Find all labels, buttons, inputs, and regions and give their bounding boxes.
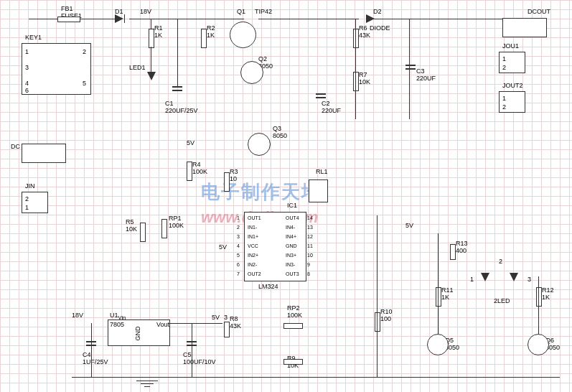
ic-num: 11 [307,243,313,248]
jin-pin2: 2 [25,196,29,202]
ic-num: 13 [307,225,313,230]
ic-pin: IN2+ [248,253,258,258]
wire [151,19,151,29]
label-c4: C4 [83,352,91,358]
wire [355,19,356,119]
led1-symbol [147,72,156,80]
key1-pin4: 4 [25,80,29,87]
cap-plate [405,68,416,70]
ic-num: 6 [237,262,240,267]
label-c5: C5 [183,352,192,358]
rl1-symbol [309,179,328,202]
ic-num: 12 [307,234,313,239]
r4-symbol [187,162,192,181]
r1-symbol [149,29,154,48]
label-c3v: 220UF [416,75,436,82]
led2b-symbol [510,273,518,281]
r6-symbol [353,29,359,48]
label-rp1: RP1 [169,215,182,222]
label-r8: R8 [230,316,238,322]
ic-pin: OUT3 [286,271,299,276]
ic-pin: IN1+ [248,234,258,239]
label-diode: DIODE [370,25,390,32]
jin-pin1: 1 [25,205,29,211]
label-rp2: RP2 [287,305,300,312]
label-r3v: 10 [230,176,237,182]
q2-symbol [240,61,263,84]
label-vout: Vout [156,322,169,328]
r9-symbol [283,359,303,365]
label-r2v: 1K [207,32,215,39]
label-r4: R4 [192,162,201,168]
2led-pin2: 2 [499,258,502,265]
label-c2: C2 [322,101,330,107]
gnd-symbol [136,381,158,381]
wire-ground [72,377,560,378]
label-dcout: DCOUT [528,9,550,15]
label-q3v: 8050 [273,133,287,139]
ic-pin: GND [286,243,297,248]
r2-symbol [201,29,207,48]
label-ic1: IC1 [287,202,297,209]
ic-num: 5 [237,253,240,258]
label-c1: C1 [165,101,174,107]
label-u1: U1Vin [110,312,126,320]
ic-num: 4 [237,243,240,248]
label-r8v: 43K [230,323,241,330]
r3-symbol [224,172,230,192]
label-q1: Q1 [237,9,245,15]
label-r5: R5 [126,219,134,225]
diode-bar [124,14,125,23]
key1-pin1: 1 [25,49,29,55]
key1-box [22,43,91,95]
label-r7: R7 [359,72,367,78]
label-r3: R3 [230,169,238,175]
ic-pin: IN4+ [286,234,296,239]
ic-pin: IN3- [286,262,295,267]
ic-pin: OUT1 [248,215,261,220]
ic-num: 9 [307,262,310,267]
jou1-pin1: 1 [502,56,506,62]
r5-symbol [140,223,146,242]
label-r7v: 10K [359,79,370,85]
label-r8-node3: 3 [224,314,228,321]
gnd-symbol [141,383,154,384]
r7-symbol [353,72,359,91]
label-q2: Q2 [258,56,267,62]
label-rp2v: 100K [287,312,302,319]
label-r11v: 1K [441,294,449,301]
label-18v-top: 18V [140,9,151,15]
wire [438,233,439,334]
label-r1v: 1K [154,32,162,39]
ic-pin: VCC [248,243,258,248]
label-c2v: 220UF [322,108,341,114]
ic-pin: IN1- [248,225,257,230]
ic-num: 7 [237,271,240,276]
label-jin: JIN [25,183,35,190]
label-q1v: TIP42 [255,9,272,15]
label-r1: R1 [154,25,163,32]
label-r10v: 100 [380,316,391,322]
ic-num: 3 [237,234,240,239]
label-gnd: GND [135,327,141,341]
diode-d2 [366,14,375,23]
wire [169,323,222,324]
label-c1v: 220UF/25V [165,108,198,114]
diode-d1 [115,14,123,23]
jout2-pin2: 2 [502,104,506,111]
wire [409,19,410,119]
q5-symbol [427,334,449,355]
wire [377,215,378,377]
label-5v-mid: 5V [187,140,194,146]
label-r6v: 43K [359,32,370,39]
schematic-canvas: 电子制作天地 www.dzdiy.com FB1 FUSE1 D1 18V KE… [0,0,572,392]
fuse-symbol [57,17,80,22]
ic-num: 10 [307,253,313,258]
label-dc: DC [11,144,20,150]
wire [129,19,201,19]
dc-box [22,144,66,163]
dcout-box [502,18,547,37]
q6-symbol [528,334,549,355]
label-r13: R13 [456,241,468,247]
label-5v-ic: 5V [219,244,227,251]
